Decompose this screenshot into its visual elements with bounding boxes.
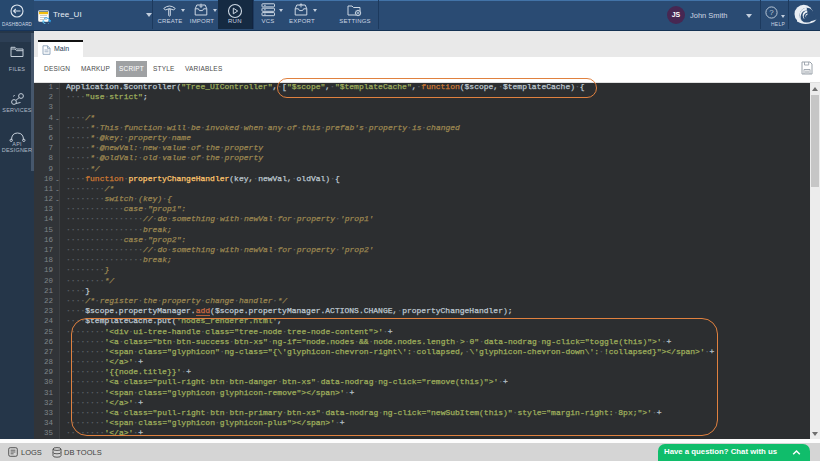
svg-text:?: ?: [769, 8, 774, 17]
